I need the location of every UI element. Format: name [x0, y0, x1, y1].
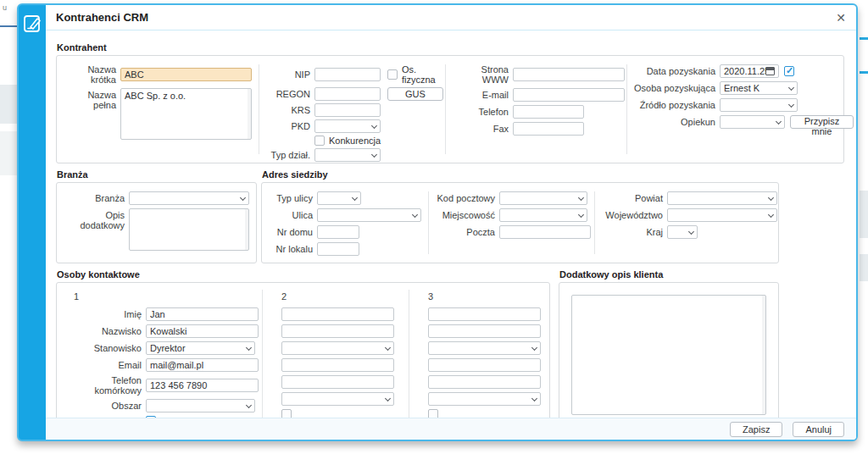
chevron-down-icon [371, 151, 377, 157]
kontrahent-col-names: Nazwa krótka Nazwa pełna ABC Sp. z o.o. [57, 64, 259, 154]
obszar-select-2[interactable] [281, 392, 394, 406]
chevron-down-icon [578, 194, 584, 200]
typ-ulicy-select[interactable] [317, 191, 361, 205]
contact-column-2: 2 [262, 290, 409, 420]
nazwisko-input-3[interactable] [428, 324, 541, 338]
background-line [0, 25, 17, 27]
os-fizyczna-checkbox[interactable] [387, 69, 398, 80]
branza-fieldset: Branża Opis dodatkowy [56, 182, 257, 263]
przypisz-mnie-button[interactable]: Przypisz mnie [790, 115, 853, 129]
fax-label: Fax [453, 124, 509, 134]
chevron-down-icon [688, 228, 694, 234]
osoba-pozyskujaca-label: Osoba pozyskująca [634, 83, 715, 93]
nazwa-krotka-input[interactable] [120, 68, 252, 81]
email-input-2[interactable] [281, 358, 394, 372]
poczta-label: Poczta [436, 227, 495, 237]
osoba-pozyskujaca-select[interactable]: Ernest K [720, 81, 798, 95]
chevron-down-icon [531, 344, 537, 350]
ulica-select[interactable] [317, 208, 421, 222]
telefon-komorkowy-input-3[interactable] [428, 375, 541, 389]
kod-pocztowy-label: Kod pocztowy [436, 193, 495, 203]
opis-klienta-fieldset [559, 282, 779, 428]
data-pozyskania-checkbox[interactable] [784, 66, 794, 76]
email-kontakt-label: Email [64, 360, 142, 370]
background-line [860, 37, 868, 40]
regon-input[interactable] [314, 87, 381, 101]
nazwisko-input-1[interactable] [146, 324, 259, 338]
data-pozyskania-date-input[interactable]: 2020.11.25 [720, 64, 779, 78]
telefon-komorkowy-label: Telefon komórkowy [64, 375, 142, 396]
miejscowosc-select[interactable] [499, 208, 587, 222]
zrodlo-pozyskania-select[interactable] [720, 98, 798, 112]
cancel-button[interactable]: Anuluj [793, 422, 844, 437]
krs-input[interactable] [314, 103, 381, 117]
opis-klienta-textarea[interactable] [571, 295, 766, 415]
background-text-fragment: u [3, 3, 7, 12]
nr-domu-input[interactable] [317, 225, 359, 239]
typ-dzial-select[interactable] [314, 148, 381, 162]
chevron-down-icon [768, 211, 774, 217]
krs-label: KRS [266, 105, 310, 115]
contact-column-number: 2 [281, 291, 402, 302]
telefon-komorkowy-input-1[interactable] [146, 379, 259, 392]
background-line [860, 71, 868, 74]
kod-pocztowy-select[interactable] [499, 191, 587, 205]
telefon-input[interactable] [513, 105, 584, 119]
chevron-down-icon [246, 401, 252, 407]
background-band [860, 254, 868, 281]
dialog-footer: Zapisz Anuluj [46, 418, 856, 440]
kraj-label: Kraj [602, 227, 663, 237]
chevron-down-icon [385, 395, 391, 401]
imie-input-1[interactable] [146, 307, 259, 321]
powiat-label: Powiat [602, 193, 663, 203]
imie-input-3[interactable] [428, 307, 541, 321]
pkd-select[interactable] [314, 119, 381, 133]
section-heading-adres: Adres siedziby [262, 169, 328, 180]
adres-col-city: Kod pocztowy Miejscowość [428, 191, 594, 254]
wojewodztwo-select[interactable] [667, 208, 777, 222]
nr-lokalu-input[interactable] [317, 242, 359, 256]
chevron-down-icon [240, 194, 246, 200]
chevron-down-icon [788, 84, 794, 90]
opis-klienta-wrap [559, 282, 779, 428]
nazwisko-input-2[interactable] [281, 324, 394, 338]
obszar-select-3[interactable] [428, 392, 541, 406]
chevron-down-icon [578, 211, 584, 217]
fax-input[interactable] [513, 122, 584, 136]
imie-input-2[interactable] [281, 307, 394, 321]
poczta-input[interactable] [499, 225, 591, 239]
email-input[interactable] [513, 88, 625, 102]
dialog-title: Kontrahenci CRM [46, 11, 148, 24]
obszar-select-1[interactable] [146, 399, 255, 412]
telefon-komorkowy-input-2[interactable] [281, 375, 394, 389]
stanowisko-select-1[interactable]: Dyrektor [146, 341, 255, 355]
nr-lokalu-label: Nr lokalu [269, 244, 313, 254]
close-icon[interactable]: ✕ [836, 12, 846, 24]
kraj-select[interactable] [667, 225, 698, 239]
page: u Kontrahenci CRM ✕ Kontrahent [0, 0, 868, 454]
nip-input[interactable] [314, 68, 381, 81]
kontrahent-col-acquisition: Data pozyskania 2020.11.25 Osoba pozysku… [626, 64, 860, 154]
contact-column-3: 3 [409, 290, 549, 420]
strona-www-input[interactable] [513, 68, 625, 81]
chevron-down-icon [788, 101, 794, 107]
chevron-down-icon [371, 122, 377, 128]
branza-label: Branża [64, 193, 125, 203]
powiat-select[interactable] [667, 191, 777, 205]
branza-select[interactable] [129, 191, 249, 205]
background-band [0, 85, 17, 124]
konkurencja-checkbox[interactable] [314, 136, 325, 146]
opis-dodatkowy-textarea[interactable] [129, 208, 249, 251]
stanowisko-select-2[interactable] [281, 341, 394, 355]
nazwa-pelna-textarea[interactable]: ABC Sp. z o.o. [120, 88, 252, 140]
ulica-label: Ulica [269, 210, 313, 220]
stanowisko-select-3[interactable] [428, 341, 541, 355]
data-pozyskania-label: Data pozyskania [634, 66, 715, 76]
wojewodztwo-label: Województwo [602, 210, 663, 220]
email-input-1[interactable] [146, 358, 259, 372]
opiekun-label: Opiekun [634, 117, 715, 127]
gus-button[interactable]: GUS [387, 87, 443, 101]
email-input-3[interactable] [428, 358, 541, 372]
save-button[interactable]: Zapisz [730, 422, 782, 437]
opiekun-select[interactable] [720, 115, 785, 129]
